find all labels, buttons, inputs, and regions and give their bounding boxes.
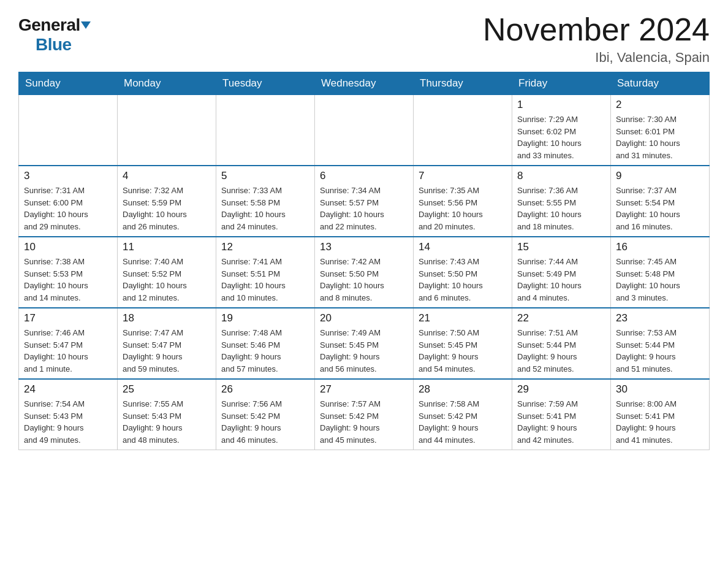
day-info: Sunrise: 7:35 AM Sunset: 5:56 PM Dayligh… [419, 185, 507, 232]
calendar-week-row: 24Sunrise: 7:54 AM Sunset: 5:43 PM Dayli… [19, 379, 710, 450]
calendar-day-cell: 14Sunrise: 7:43 AM Sunset: 5:50 PM Dayli… [414, 237, 512, 308]
day-number: 8 [517, 170, 605, 182]
day-number: 1 [517, 99, 605, 111]
day-header-tuesday: Tuesday [216, 72, 315, 95]
day-number: 3 [24, 170, 112, 182]
calendar-day-cell: 29Sunrise: 7:59 AM Sunset: 5:41 PM Dayli… [512, 379, 611, 450]
day-header-wednesday: Wednesday [315, 72, 414, 95]
calendar-day-cell: 9Sunrise: 7:37 AM Sunset: 5:54 PM Daylig… [611, 166, 710, 237]
day-info: Sunrise: 7:59 AM Sunset: 5:41 PM Dayligh… [517, 398, 605, 446]
day-number: 21 [419, 312, 507, 324]
day-number: 12 [221, 241, 309, 253]
day-number: 4 [123, 170, 211, 182]
day-number: 28 [419, 383, 507, 396]
logo-general-text: General [18, 15, 80, 35]
day-number: 15 [517, 241, 605, 253]
day-info: Sunrise: 7:49 AM Sunset: 5:45 PM Dayligh… [320, 327, 408, 375]
day-info: Sunrise: 7:29 AM Sunset: 6:02 PM Dayligh… [517, 113, 605, 161]
calendar-day-cell: 4Sunrise: 7:32 AM Sunset: 5:59 PM Daylig… [118, 166, 216, 237]
day-info: Sunrise: 7:33 AM Sunset: 5:58 PM Dayligh… [221, 185, 309, 232]
day-number: 11 [123, 241, 211, 253]
calendar-day-cell: 24Sunrise: 7:54 AM Sunset: 5:43 PM Dayli… [19, 379, 118, 450]
day-info: Sunrise: 8:00 AM Sunset: 5:41 PM Dayligh… [616, 398, 704, 446]
page-header: General Blue November 2024 Ibi, Valencia… [18, 12, 710, 66]
logo-triangle-icon [81, 21, 91, 29]
day-info: Sunrise: 7:47 AM Sunset: 5:47 PM Dayligh… [123, 327, 211, 375]
day-number: 27 [320, 383, 408, 396]
day-info: Sunrise: 7:46 AM Sunset: 5:47 PM Dayligh… [24, 327, 112, 375]
day-number: 22 [517, 312, 605, 324]
day-header-sunday: Sunday [19, 72, 118, 95]
day-number: 30 [616, 383, 704, 396]
day-info: Sunrise: 7:44 AM Sunset: 5:49 PM Dayligh… [517, 256, 605, 304]
day-number: 10 [24, 241, 112, 253]
calendar-week-row: 10Sunrise: 7:38 AM Sunset: 5:53 PM Dayli… [19, 237, 710, 308]
day-number: 26 [221, 383, 309, 396]
day-number: 17 [24, 312, 112, 324]
day-number: 9 [616, 170, 704, 182]
calendar-day-cell: 6Sunrise: 7:34 AM Sunset: 5:57 PM Daylig… [315, 166, 414, 237]
day-info: Sunrise: 7:36 AM Sunset: 5:55 PM Dayligh… [517, 185, 605, 232]
day-info: Sunrise: 7:38 AM Sunset: 5:53 PM Dayligh… [24, 256, 112, 304]
day-info: Sunrise: 7:51 AM Sunset: 5:44 PM Dayligh… [517, 327, 605, 375]
day-header-friday: Friday [512, 72, 611, 95]
calendar-header-row: SundayMondayTuesdayWednesdayThursdayFrid… [19, 72, 710, 95]
day-info: Sunrise: 7:45 AM Sunset: 5:48 PM Dayligh… [616, 256, 704, 304]
day-number: 16 [616, 241, 704, 253]
day-number: 25 [123, 383, 211, 396]
calendar-day-cell: 19Sunrise: 7:48 AM Sunset: 5:46 PM Dayli… [216, 308, 315, 379]
day-info: Sunrise: 7:34 AM Sunset: 5:57 PM Dayligh… [320, 185, 408, 232]
calendar-day-cell: 11Sunrise: 7:40 AM Sunset: 5:52 PM Dayli… [118, 237, 216, 308]
day-info: Sunrise: 7:41 AM Sunset: 5:51 PM Dayligh… [221, 256, 309, 304]
page-subtitle: Ibi, Valencia, Spain [483, 50, 710, 66]
day-info: Sunrise: 7:43 AM Sunset: 5:50 PM Dayligh… [419, 256, 507, 304]
day-number: 13 [320, 241, 408, 253]
day-number: 2 [616, 99, 704, 111]
day-info: Sunrise: 7:54 AM Sunset: 5:43 PM Dayligh… [24, 398, 112, 446]
day-info: Sunrise: 7:50 AM Sunset: 5:45 PM Dayligh… [419, 327, 507, 375]
day-info: Sunrise: 7:55 AM Sunset: 5:43 PM Dayligh… [123, 398, 211, 446]
calendar-day-cell: 28Sunrise: 7:58 AM Sunset: 5:42 PM Dayli… [414, 379, 512, 450]
calendar-day-cell [216, 95, 315, 166]
day-info: Sunrise: 7:58 AM Sunset: 5:42 PM Dayligh… [419, 398, 507, 446]
calendar-day-cell: 22Sunrise: 7:51 AM Sunset: 5:44 PM Dayli… [512, 308, 611, 379]
calendar-week-row: 3Sunrise: 7:31 AM Sunset: 6:00 PM Daylig… [19, 166, 710, 237]
day-info: Sunrise: 7:37 AM Sunset: 5:54 PM Dayligh… [616, 185, 704, 232]
calendar-day-cell [19, 95, 118, 166]
day-number: 20 [320, 312, 408, 324]
calendar-day-cell: 23Sunrise: 7:53 AM Sunset: 5:44 PM Dayli… [611, 308, 710, 379]
calendar-day-cell: 30Sunrise: 8:00 AM Sunset: 5:41 PM Dayli… [611, 379, 710, 450]
day-number: 18 [123, 312, 211, 324]
calendar-day-cell [414, 95, 512, 166]
calendar-day-cell: 21Sunrise: 7:50 AM Sunset: 5:45 PM Dayli… [414, 308, 512, 379]
day-info: Sunrise: 7:57 AM Sunset: 5:42 PM Dayligh… [320, 398, 408, 446]
calendar-day-cell: 13Sunrise: 7:42 AM Sunset: 5:50 PM Dayli… [315, 237, 414, 308]
day-number: 29 [517, 383, 605, 396]
calendar-day-cell: 7Sunrise: 7:35 AM Sunset: 5:56 PM Daylig… [414, 166, 512, 237]
day-info: Sunrise: 7:32 AM Sunset: 5:59 PM Dayligh… [123, 185, 211, 232]
calendar-day-cell: 17Sunrise: 7:46 AM Sunset: 5:47 PM Dayli… [19, 308, 118, 379]
calendar-day-cell: 12Sunrise: 7:41 AM Sunset: 5:51 PM Dayli… [216, 237, 315, 308]
logo: General Blue [18, 12, 89, 55]
calendar-day-cell: 10Sunrise: 7:38 AM Sunset: 5:53 PM Dayli… [19, 237, 118, 308]
calendar-day-cell: 16Sunrise: 7:45 AM Sunset: 5:48 PM Dayli… [611, 237, 710, 308]
calendar-week-row: 17Sunrise: 7:46 AM Sunset: 5:47 PM Dayli… [19, 308, 710, 379]
calendar-table: SundayMondayTuesdayWednesdayThursdayFrid… [18, 72, 710, 450]
day-header-monday: Monday [118, 72, 216, 95]
day-header-saturday: Saturday [611, 72, 710, 95]
calendar-day-cell: 26Sunrise: 7:56 AM Sunset: 5:42 PM Dayli… [216, 379, 315, 450]
calendar-day-cell: 27Sunrise: 7:57 AM Sunset: 5:42 PM Dayli… [315, 379, 414, 450]
calendar-day-cell [118, 95, 216, 166]
day-info: Sunrise: 7:53 AM Sunset: 5:44 PM Dayligh… [616, 327, 704, 375]
day-number: 23 [616, 312, 704, 324]
page-title: November 2024 [483, 12, 710, 47]
day-number: 6 [320, 170, 408, 182]
day-header-thursday: Thursday [414, 72, 512, 95]
day-number: 24 [24, 383, 112, 396]
day-info: Sunrise: 7:40 AM Sunset: 5:52 PM Dayligh… [123, 256, 211, 304]
calendar-week-row: 1Sunrise: 7:29 AM Sunset: 6:02 PM Daylig… [19, 95, 710, 166]
day-info: Sunrise: 7:42 AM Sunset: 5:50 PM Dayligh… [320, 256, 408, 304]
day-info: Sunrise: 7:30 AM Sunset: 6:01 PM Dayligh… [616, 113, 704, 161]
day-number: 7 [419, 170, 507, 182]
calendar-day-cell: 20Sunrise: 7:49 AM Sunset: 5:45 PM Dayli… [315, 308, 414, 379]
